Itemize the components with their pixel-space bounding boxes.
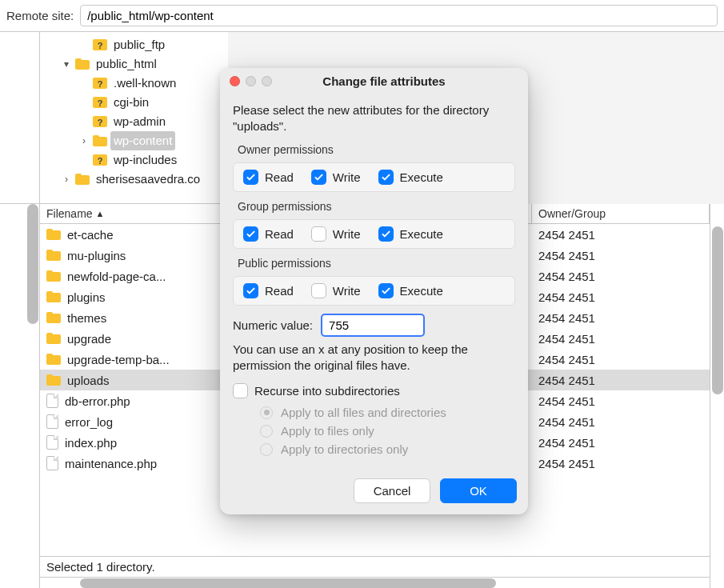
checkbox-icon (311, 226, 326, 242)
checkbox-label: Execute (400, 227, 443, 241)
folder-unknown-icon (93, 154, 107, 166)
execute-checkbox[interactable]: Execute (378, 283, 443, 298)
file-name: upgrade-temp-ba... (67, 353, 170, 366)
tree-item-label: .well-known (110, 74, 179, 93)
owner-group-cell: 2454 2451 (532, 228, 710, 242)
owner-group-cell: 2454 2451 (532, 270, 710, 283)
permission-group: Group permissionsReadWriteExecute (233, 200, 515, 249)
permission-group: Public permissionsReadWriteExecute (233, 257, 515, 306)
zoom-window-icon (262, 76, 272, 86)
tree-item[interactable]: public_ftp (43, 35, 228, 54)
radio-label: Apply to files only (281, 424, 374, 438)
numeric-value-input[interactable] (321, 314, 425, 337)
read-checkbox[interactable]: Read (243, 226, 294, 242)
read-checkbox[interactable]: Read (243, 283, 294, 298)
remote-site-path-input[interactable] (80, 5, 718, 26)
file-icon (46, 435, 58, 450)
change-file-attributes-dialog: Change file attributes Please select the… (220, 68, 528, 514)
file-icon (46, 394, 58, 408)
owner-group-cell: 2454 2451 (532, 436, 710, 450)
folder-unknown-icon (93, 116, 107, 127)
tree-item[interactable]: ›wp-content (43, 131, 228, 150)
radio-label: Apply to directories only (281, 442, 408, 456)
file-name: mu-plugins (67, 249, 126, 262)
file-name: themes (67, 311, 106, 325)
checkbox-label: Read (265, 227, 294, 241)
cancel-button[interactable]: Cancel (354, 478, 430, 503)
tree-item[interactable]: wp-admin (43, 112, 228, 131)
file-list-scrollbar-vertical[interactable] (710, 204, 724, 588)
dialog-instructions: Please select the new attributes for the… (233, 102, 515, 135)
file-icon (46, 414, 58, 429)
owner-group-cell: 2454 2451 (532, 353, 710, 366)
sort-ascending-icon: ▲ (96, 209, 105, 218)
checkbox-icon (243, 283, 258, 298)
remote-tree[interactable]: public_ftp▾public_html.well-knowncgi-bin… (43, 35, 228, 189)
recurse-radio-option: Apply to directories only (260, 442, 515, 456)
permission-group: Owner permissionsReadWriteExecute (233, 143, 515, 192)
chevron-right-icon[interactable]: › (61, 170, 72, 189)
owner-group-cell: 2454 2451 (532, 290, 710, 304)
folder-icon (46, 354, 61, 365)
file-name: plugins (67, 290, 106, 304)
remote-site-bar: Remote site: (0, 0, 724, 32)
execute-checkbox[interactable]: Execute (378, 170, 443, 185)
tree-item[interactable]: cgi-bin (43, 93, 228, 112)
folder-icon (46, 374, 61, 386)
folder-icon (46, 312, 61, 323)
file-name: upgrade (67, 332, 111, 346)
file-list-scrollbar-horizontal[interactable] (40, 577, 710, 588)
write-checkbox[interactable]: Write (311, 170, 361, 185)
execute-checkbox[interactable]: Execute (378, 226, 443, 242)
write-checkbox[interactable]: Write (311, 283, 361, 298)
tree-item[interactable]: ›sherisesaavedra.co (43, 170, 228, 189)
scrollbar-thumb[interactable] (27, 204, 38, 324)
file-name: index.php (65, 436, 117, 450)
permission-group-title: Owner permissions (238, 143, 515, 156)
selection-status: Selected 1 directory. (40, 556, 710, 577)
owner-group-cell: 2454 2451 (532, 374, 710, 387)
chevron-down-icon[interactable]: ▾ (61, 54, 72, 74)
close-window-icon[interactable] (230, 76, 240, 86)
radio-label: Apply to all files and directories (281, 406, 446, 419)
read-checkbox[interactable]: Read (243, 170, 294, 185)
remote-tree-pane: public_ftp▾public_html.well-knowncgi-bin… (40, 32, 228, 204)
tree-item-label: wp-content (110, 131, 175, 150)
tree-item[interactable]: ▾public_html (43, 54, 228, 74)
permission-group-title: Group permissions (238, 200, 515, 213)
file-name: maintenance.php (65, 457, 157, 470)
permission-group-title: Public permissions (238, 257, 515, 270)
scrollbar-thumb[interactable] (80, 578, 496, 588)
radio-icon (260, 406, 273, 419)
dialog-titlebar[interactable]: Change file attributes (220, 68, 528, 94)
column-owner-group[interactable]: Owner/Group (532, 204, 710, 223)
owner-group-cell: 2454 2451 (532, 394, 710, 408)
tree-item[interactable]: .well-known (43, 74, 228, 93)
recurse-radio-option: Apply to all files and directories (260, 406, 515, 419)
tree-scrollbar-vertical[interactable] (0, 204, 40, 588)
recurse-radio-option: Apply to files only (260, 424, 515, 438)
tree-item-label: sherisesaavedra.co (93, 170, 203, 189)
chevron-right-icon[interactable]: › (78, 131, 90, 150)
owner-group-cell: 2454 2451 (532, 415, 710, 429)
file-name: error_log (65, 415, 113, 429)
tree-item-label: wp-includes (110, 150, 180, 170)
tree-item-label: cgi-bin (110, 93, 152, 112)
folder-icon (93, 135, 107, 146)
scrollbar-thumb[interactable] (712, 226, 723, 394)
write-checkbox[interactable]: Write (311, 226, 361, 242)
owner-group-cell: 2454 2451 (532, 249, 710, 262)
ok-button[interactable]: OK (440, 478, 517, 503)
radio-icon (260, 425, 273, 438)
window-controls (230, 76, 272, 86)
checkbox-label: Execute (400, 284, 443, 298)
checkbox-label: Read (265, 284, 294, 298)
folder-icon (46, 250, 61, 261)
recurse-checkbox[interactable]: Recurse into subdirectories (233, 383, 400, 398)
checkbox-label: Read (265, 170, 294, 184)
file-icon (46, 456, 58, 470)
file-name: uploads (67, 374, 110, 387)
owner-group-cell: 2454 2451 (532, 457, 710, 470)
checkbox-icon (311, 170, 326, 185)
tree-item[interactable]: wp-includes (43, 150, 228, 170)
